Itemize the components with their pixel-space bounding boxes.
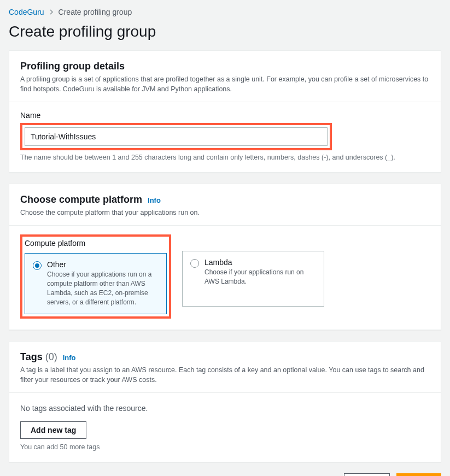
panel-profiling-details: Profiling group details A profiling grou…	[9, 50, 441, 173]
footer-actions: Cancel Create	[0, 473, 450, 476]
create-button[interactable]: Create	[396, 473, 441, 476]
name-label: Name	[20, 111, 430, 120]
panel-desc-compute: Choose the compute platform that your ap…	[20, 208, 430, 218]
tags-empty-msg: No tags associated with the resource.	[20, 404, 430, 413]
page-title: Create profiling group	[0, 21, 450, 50]
panel-desc-tags: A tag is a label that you assign to an A…	[20, 365, 430, 385]
add-new-tag-button[interactable]: Add new tag	[20, 421, 86, 439]
name-input[interactable]	[25, 127, 328, 146]
compute-field-label: Compute platform	[25, 239, 167, 248]
radio-icon	[190, 259, 199, 268]
radio-tile-lambda[interactable]: Lambda Choose if your applications run o…	[182, 251, 324, 307]
breadcrumb: CodeGuru Create profiling group	[0, 0, 450, 21]
panel-title-details: Profiling group details	[20, 61, 430, 72]
info-link-compute[interactable]: Info	[148, 196, 161, 204]
radio-title-other: Other	[47, 260, 159, 269]
panel-desc-details: A profiling group is a set of applicatio…	[20, 74, 430, 94]
radio-desc-other: Choose if your applications run on a com…	[47, 270, 159, 307]
compute-highlight: Compute platform Other Choose if your ap…	[20, 234, 171, 318]
radio-title-lambda: Lambda	[204, 258, 316, 267]
panel-title-compute: Choose compute platform	[20, 194, 142, 205]
panel-title-tags: Tags	[20, 351, 43, 362]
tags-count: (0)	[45, 351, 57, 362]
cancel-button[interactable]: Cancel	[344, 473, 390, 476]
breadcrumb-root[interactable]: CodeGuru	[9, 8, 44, 16]
radio-icon	[33, 261, 42, 270]
name-hint: The name should be between 1 and 255 cha…	[20, 154, 430, 161]
radio-tile-other[interactable]: Other Choose if your applications run on…	[25, 253, 167, 314]
name-highlight	[20, 123, 332, 150]
panel-tags: Tags (0) Info A tag is a label that you …	[9, 341, 441, 462]
chevron-right-icon	[49, 8, 54, 16]
tags-limit-hint: You can add 50 more tags	[20, 443, 430, 451]
panel-compute-platform: Choose compute platform Info Choose the …	[9, 184, 441, 330]
breadcrumb-current: Create profiling group	[59, 8, 132, 16]
radio-desc-lambda: Choose if your applications run on AWS L…	[204, 268, 316, 286]
info-link-tags[interactable]: Info	[63, 354, 76, 362]
